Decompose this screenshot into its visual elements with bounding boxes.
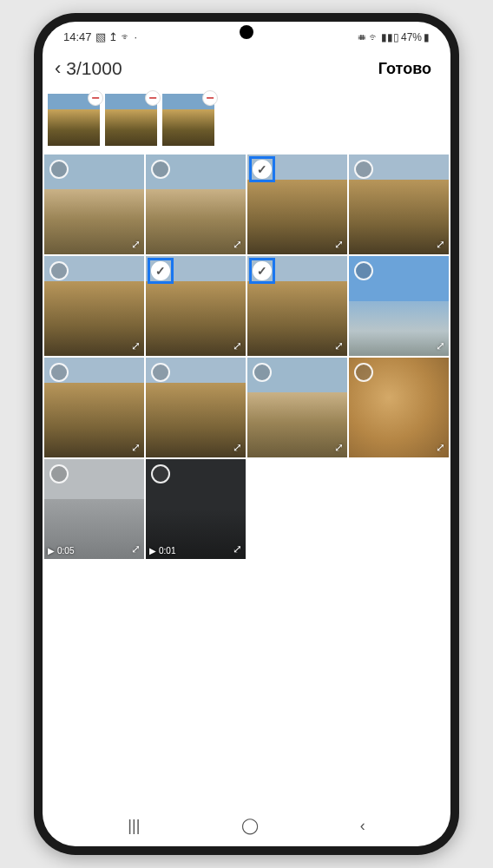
grid-item[interactable]: ⤢▶0:05 [44,459,144,559]
check-icon: ✓ [257,264,267,278]
grid-item[interactable]: ⤢ [44,155,144,254]
expand-icon[interactable]: ⤢ [334,339,344,352]
grid-item[interactable]: ✓⤢ [247,256,347,356]
selection-checkbox[interactable] [151,160,170,179]
expand-icon[interactable]: ⤢ [131,542,141,556]
grid-item[interactable]: ⤢ [349,358,449,457]
selection-counter: 3/1000 [66,58,122,79]
selection-checkbox[interactable] [354,261,373,280]
selected-strip: − − − [43,90,450,155]
video-duration-badge: ▶0:01 [149,546,175,556]
selection-checkbox[interactable] [354,363,373,382]
grid-item[interactable]: ⤢ [146,358,246,457]
upload-icon: ↥ [108,30,118,43]
wifi-icon: ᯤ [369,31,379,43]
play-icon: ▶ [149,546,156,556]
remove-button[interactable]: − [88,90,103,106]
grid-item[interactable]: ⤢ [44,358,144,457]
back-nav-button[interactable]: ‹ [360,817,365,835]
selected-thumb[interactable]: − [105,94,157,146]
dot-icon: · [135,30,138,43]
home-button[interactable]: ◯ [241,816,259,835]
selected-thumb[interactable]: − [48,94,100,146]
battery-text: 47% [401,31,422,43]
check-icon: ✓ [257,162,267,176]
done-button[interactable]: Готово [378,60,431,78]
selection-checkbox[interactable] [151,363,170,382]
remove-button[interactable]: − [202,90,218,106]
selection-checkbox[interactable]: ✓ [151,261,170,280]
wifi-small-icon: ᯤ [121,30,132,43]
selection-checkbox[interactable]: ✓ [253,160,272,179]
status-left-icons: ▧ ↥ ᯤ · [95,30,138,43]
play-icon: ▶ [48,546,55,556]
remove-button[interactable]: − [145,90,161,106]
grid-item[interactable]: ⤢ [349,155,449,254]
signal-icon: ▮▮▯ [381,31,399,43]
phone-frame: 14:47 ▧ ↥ ᯤ · ⩩ ᯤ ▮▮▯ 47% ▮ ‹ 3/1000 [34,13,459,855]
video-duration: 0:01 [159,546,175,556]
grid-item[interactable]: ⤢▶0:01 [146,459,246,559]
recents-button[interactable]: ||| [128,817,140,835]
selection-checkbox[interactable] [49,363,69,382]
grid-item[interactable]: ⤢ [146,155,246,254]
selection-checkbox[interactable] [49,464,69,483]
expand-icon[interactable]: ⤢ [436,238,445,251]
expand-icon[interactable]: ⤢ [233,238,242,251]
photo-grid: ⤢⤢✓⤢⤢⤢✓⤢✓⤢⤢⤢⤢⤢⤢⤢▶0:05⤢▶0:01 [43,155,450,559]
navigation-bar: ||| ◯ ‹ [43,805,450,846]
video-duration-badge: ▶0:05 [48,546,74,556]
camera-notch [240,25,253,39]
selection-checkbox[interactable]: ✓ [253,261,272,280]
app-header: ‹ 3/1000 Готово [43,47,450,90]
expand-icon[interactable]: ⤢ [131,238,141,251]
phone-screen: 14:47 ▧ ↥ ᯤ · ⩩ ᯤ ▮▮▯ 47% ▮ ‹ 3/1000 [43,22,450,846]
selection-checkbox[interactable] [354,160,373,179]
back-button[interactable]: ‹ [55,57,61,80]
expand-icon[interactable]: ⤢ [334,441,344,454]
selection-checkbox[interactable] [49,261,69,280]
expand-icon[interactable]: ⤢ [436,339,445,352]
grid-item[interactable]: ⤢ [44,256,144,356]
video-duration: 0:05 [57,546,74,556]
grid-item[interactable]: ⤢ [247,358,347,457]
battery-icon: ▮ [424,31,430,43]
expand-icon[interactable]: ⤢ [436,441,445,454]
image-icon: ▧ [95,30,106,43]
expand-icon[interactable]: ⤢ [131,339,141,352]
grid-item[interactable]: ✓⤢ [146,256,246,356]
selection-checkbox[interactable] [253,363,272,382]
expand-icon[interactable]: ⤢ [233,441,242,454]
selection-checkbox[interactable] [151,464,170,483]
expand-icon[interactable]: ⤢ [233,542,242,556]
selected-thumb[interactable]: − [162,94,214,146]
grid-item[interactable]: ✓⤢ [247,155,347,254]
selection-checkbox[interactable] [49,160,69,179]
expand-icon[interactable]: ⤢ [131,441,141,454]
vibrate-icon: ⩩ [357,31,367,43]
status-time: 14:47 [63,30,92,43]
expand-icon[interactable]: ⤢ [334,238,344,251]
check-icon: ✓ [155,264,166,278]
expand-icon[interactable]: ⤢ [233,339,242,352]
grid-item[interactable]: ⤢ [349,256,449,356]
